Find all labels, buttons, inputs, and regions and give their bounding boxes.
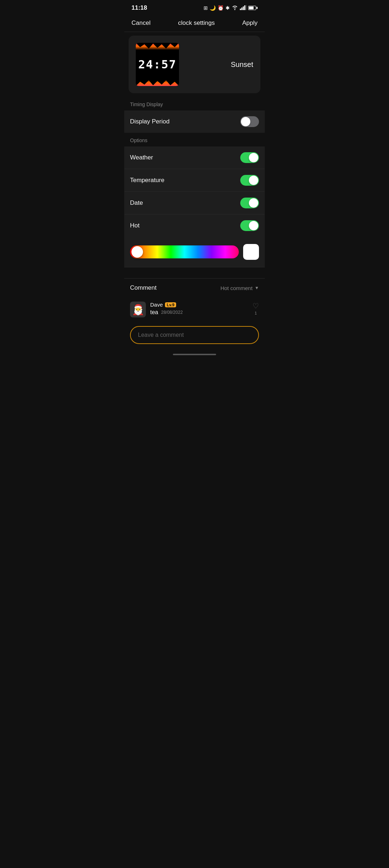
- comment-sort-label: Hot comment: [220, 285, 252, 291]
- weather-thumb: [249, 153, 258, 162]
- color-slider-row: [124, 237, 265, 267]
- date-row: Date: [124, 192, 265, 214]
- fire-top-decoration: [136, 43, 179, 50]
- hot-label: Hot: [130, 222, 139, 229]
- display-period-row: Display Period: [124, 110, 265, 133]
- level-badge: Lv.9: [165, 302, 176, 307]
- weather-toggle[interactable]: [240, 152, 259, 163]
- cancel-button[interactable]: Cancel: [131, 19, 151, 27]
- comment-title: Comment: [130, 284, 157, 291]
- date-label: Date: [130, 199, 143, 207]
- temperature-toggle[interactable]: [240, 175, 259, 186]
- comment-date: 28/08/2022: [161, 310, 183, 315]
- wifi-icon: [232, 5, 238, 11]
- comment-sort-button[interactable]: Hot comment ▼: [220, 285, 259, 291]
- clock-preview: 24:57 Sunset: [129, 36, 260, 93]
- comment-author-row: Dave Lv.9: [150, 302, 248, 308]
- svg-rect-0: [240, 9, 241, 10]
- nav-bar: Cancel clock settings Apply: [124, 14, 265, 32]
- chevron-down-icon: ▼: [255, 285, 259, 290]
- color-slider-thumb: [131, 246, 143, 258]
- status-bar: 11:18 ⊞ 🌙 ⏰ ✱: [124, 0, 265, 14]
- options-group: Weather Temperature Date Hot: [124, 146, 265, 237]
- color-slider[interactable]: [130, 245, 239, 258]
- hot-thumb: [249, 221, 258, 230]
- avatar: 🎅: [130, 302, 146, 317]
- color-swatch[interactable]: [243, 244, 259, 260]
- comment-author: Dave: [150, 302, 163, 308]
- comment-like[interactable]: ♡ 1: [252, 302, 259, 315]
- display-period-thumb: [241, 117, 250, 126]
- clock-time: 24:57: [138, 58, 176, 71]
- clock-widget: 24:57: [136, 43, 179, 86]
- comment-header: Comment Hot comment ▼: [124, 278, 265, 297]
- options-label: Options: [130, 137, 147, 143]
- temperature-label: Temperature: [130, 177, 164, 184]
- status-icons: ⊞ 🌙 ⏰ ✱: [204, 5, 258, 11]
- options-section-header: Options: [124, 133, 265, 146]
- comment-input[interactable]: [130, 326, 259, 344]
- comment-body: Dave Lv.9 tea 28/08/2022: [150, 302, 248, 316]
- display-period-toggle[interactable]: [240, 116, 259, 127]
- battery-icon: [248, 6, 258, 10]
- date-toggle[interactable]: [240, 198, 259, 208]
- timing-display-section-header: Timing Display: [124, 97, 265, 110]
- moon-icon: 🌙: [210, 5, 216, 11]
- home-indicator: [124, 348, 265, 361]
- svg-rect-1: [241, 8, 242, 10]
- avatar-emoji: 🎅: [132, 304, 144, 316]
- apply-button[interactable]: Apply: [242, 19, 258, 27]
- comment-text: tea: [150, 309, 158, 316]
- svg-rect-4: [246, 5, 246, 10]
- spacer: [124, 267, 265, 278]
- date-thumb: [249, 198, 258, 208]
- heart-icon: ♡: [252, 302, 259, 310]
- page-title: clock settings: [178, 19, 215, 27]
- temperature-thumb: [249, 176, 258, 185]
- clock-style-label: Sunset: [231, 60, 253, 69]
- fire-bottom-decoration: [136, 79, 179, 86]
- nfc-icon: ⊞: [204, 5, 208, 11]
- svg-rect-2: [243, 6, 244, 10]
- signal-icon: [240, 5, 246, 11]
- timing-display-group: Display Period: [124, 110, 265, 133]
- display-period-label: Display Period: [130, 118, 170, 125]
- comment-item: 🎅 Dave Lv.9 tea 28/08/2022 ♡ 1: [124, 297, 265, 322]
- temperature-row: Temperature: [124, 169, 265, 192]
- hot-toggle[interactable]: [240, 220, 259, 231]
- home-bar: [173, 354, 216, 355]
- alarm-icon: ⏰: [218, 5, 224, 11]
- status-time: 11:18: [131, 4, 147, 12]
- svg-rect-3: [244, 5, 245, 10]
- comment-input-container: [124, 322, 265, 348]
- weather-row: Weather: [124, 146, 265, 169]
- like-count: 1: [255, 311, 257, 315]
- bluetooth-icon: ✱: [225, 5, 230, 11]
- timing-display-label: Timing Display: [130, 101, 163, 107]
- weather-label: Weather: [130, 154, 153, 161]
- hot-row: Hot: [124, 214, 265, 237]
